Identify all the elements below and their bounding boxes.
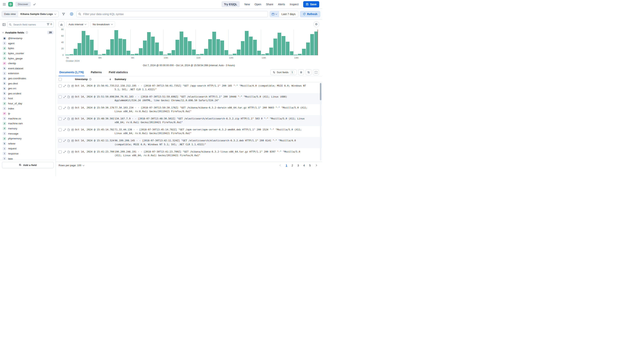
histogram-bar[interactable] [70,54,73,55]
histogram-bar[interactable] [216,39,220,55]
field-item-machine.os[interactable]: tmachine.os [1,116,54,121]
chevron-down-icon[interactable] [2,31,4,33]
nav-link-new[interactable]: New [244,3,250,6]
row-checkbox[interactable] [58,150,62,153]
field-item-referer[interactable]: kreferer [1,141,54,146]
histogram-bar[interactable] [241,41,245,55]
histogram-bar[interactable] [208,39,212,55]
field-item-phpmemory[interactable]: #phpmemory [1,136,54,141]
row-checkbox[interactable] [58,106,62,109]
field-item-event.dataset[interactable]: kevent.dataset [1,66,54,71]
row-checkbox[interactable] [58,84,62,87]
field-item-request[interactable]: trequest [1,146,54,151]
document-icon[interactable] [68,140,70,142]
table-view-icon[interactable] [72,85,74,87]
expand-row-icon[interactable] [64,85,66,87]
expand-row-icon[interactable] [64,151,66,153]
histogram-bar[interactable] [192,49,196,55]
hamburger-menu-icon[interactable] [3,3,6,6]
document-icon[interactable] [68,85,70,87]
histogram-bar[interactable] [114,30,118,55]
histogram-bar[interactable] [172,50,175,55]
table-view-icon[interactable] [72,96,74,98]
histogram-bar[interactable] [261,54,265,55]
histogram-bar[interactable] [196,54,200,55]
field-item-memory[interactable]: #memory [1,126,54,131]
histogram-bar[interactable] [86,35,90,55]
histogram-bar[interactable] [266,53,269,55]
document-icon[interactable] [68,129,70,131]
expand-row-icon[interactable] [64,129,66,131]
histogram-bar[interactable] [269,47,273,55]
histogram-bar[interactable] [302,49,306,55]
histogram-bar[interactable] [131,54,134,55]
timestamp-column-header[interactable]: timestamp [75,78,114,81]
sort-fields-button[interactable]: Sort fields 1 [270,69,296,75]
page-button-4[interactable]: 4 [302,163,306,168]
histogram-bar[interactable] [143,40,147,55]
histogram-bar[interactable] [228,55,232,55]
field-item-extension[interactable]: textension [1,71,54,76]
project-logo[interactable]: D [8,2,13,7]
field-item-agent[interactable]: tagent [1,41,54,46]
table-view-icon[interactable] [72,118,74,120]
field-item-machine.ram[interactable]: #machine.ram [1,121,54,126]
row-checkbox[interactable] [58,95,62,98]
scrollbar-thumb[interactable] [320,83,322,100]
field-item-geo.dest[interactable]: kgeo.dest [1,81,54,86]
display-density-button[interactable] [298,69,304,75]
histogram-bar[interactable] [180,31,183,55]
histogram-bar[interactable] [278,33,281,55]
histogram-bar[interactable] [286,42,290,55]
histogram-bar[interactable] [204,49,208,55]
histogram-bar[interactable] [237,49,240,55]
table-view-icon[interactable] [72,140,74,142]
histogram-bar[interactable] [224,50,228,55]
field-item-clientip[interactable]: IPclientip [1,61,54,66]
nav-link-open[interactable]: Open [254,3,261,6]
add-filter-button[interactable] [68,11,74,17]
info-icon[interactable] [26,31,28,34]
expand-row-icon[interactable] [64,118,66,120]
save-button[interactable]: Save [303,1,319,7]
edit-visualization-button[interactable] [58,21,64,27]
tab-field-statistics[interactable]: Field statistics [108,68,129,76]
expand-row-icon[interactable] [64,96,66,98]
field-item-bytes[interactable]: #bytes [1,46,54,51]
table-view-icon[interactable] [72,151,74,153]
tab-patterns[interactable]: Patterns [90,68,102,76]
field-item-@timestamp[interactable]: ▦@timestamp [1,36,54,41]
histogram-bar[interactable] [184,37,188,55]
histogram-bar[interactable] [74,49,77,55]
histogram-bar[interactable] [139,48,142,55]
breadcrumb[interactable]: Discover [15,2,31,7]
row-checkbox[interactable] [58,128,62,131]
histogram-bar[interactable] [310,34,314,55]
field-item-tags[interactable]: ttags [1,156,54,160]
histogram-bar[interactable] [163,55,167,55]
histogram-bar[interactable] [274,38,277,55]
row-checkbox[interactable] [58,139,62,142]
histogram-bar[interactable] [298,54,302,55]
table-view-icon[interactable] [72,129,74,131]
histogram-bar[interactable] [126,51,130,55]
try-esql-button[interactable]: Try ES|QL [222,1,240,7]
field-item-bytes_gauge[interactable]: #bytes_gauge [1,56,54,61]
document-icon[interactable] [68,96,70,98]
histogram-bar[interactable] [90,40,94,55]
saved-query-filter-button[interactable] [60,11,66,17]
histogram-bar[interactable] [257,51,261,55]
histogram-bar[interactable] [135,54,138,55]
histogram-bar[interactable] [66,55,69,55]
add-field-button[interactable]: Add a field [2,162,54,168]
kql-search-input[interactable] [76,11,268,17]
histogram-bar[interactable] [212,32,216,55]
histogram-bar[interactable] [151,37,155,55]
histogram-bar[interactable] [82,31,86,55]
histogram-bar[interactable] [294,55,298,55]
histogram-bar[interactable] [249,37,253,55]
histogram-bar[interactable] [188,41,192,55]
histogram-bar[interactable] [98,55,102,55]
histogram-bar[interactable] [176,40,179,55]
nav-link-share[interactable]: Share [266,3,273,6]
